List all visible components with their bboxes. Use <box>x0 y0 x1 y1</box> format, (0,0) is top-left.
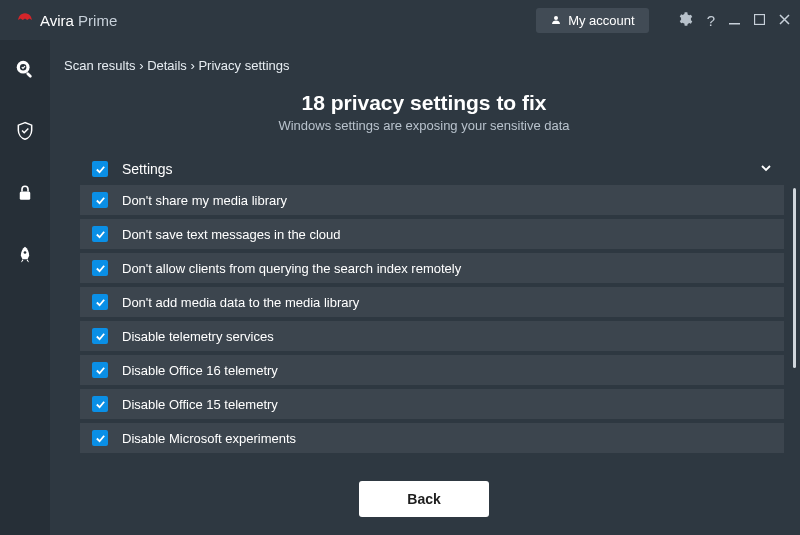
svg-rect-1 <box>729 23 740 25</box>
checkbox-all[interactable] <box>92 161 108 177</box>
lock-icon <box>16 184 34 202</box>
svg-point-0 <box>554 16 558 20</box>
window-controls: ? <box>677 11 790 30</box>
list-item[interactable]: Disable Microsoft experiments <box>80 423 784 453</box>
product-name: Prime <box>78 12 117 29</box>
list-item-label: Don't add media data to the media librar… <box>122 295 359 310</box>
avira-umbrella-icon <box>16 11 34 29</box>
svg-rect-4 <box>26 72 32 78</box>
checkbox[interactable] <box>92 328 108 344</box>
list-item-label: Disable Microsoft experiments <box>122 431 296 446</box>
list-item[interactable]: Disable Office 16 telemetry <box>80 355 784 385</box>
list-item-label: Don't share my media library <box>122 193 287 208</box>
check-icon <box>95 433 106 444</box>
checkbox[interactable] <box>92 430 108 446</box>
breadcrumb-item: Privacy settings <box>198 58 289 73</box>
check-icon <box>95 365 106 376</box>
page-subtitle: Windows settings are exposing your sensi… <box>60 118 788 133</box>
list-item-label: Disable Office 16 telemetry <box>122 363 278 378</box>
logo-text: Avira Prime <box>40 12 117 29</box>
list-item-label: Disable telemetry services <box>122 329 274 344</box>
check-icon <box>95 399 106 410</box>
breadcrumb: Scan results › Details › Privacy setting… <box>64 58 788 73</box>
brand-name: Avira <box>40 12 74 29</box>
list-header-label: Settings <box>122 161 173 177</box>
list-item[interactable]: Don't allow clients from querying the se… <box>80 253 784 283</box>
breadcrumb-item[interactable]: Scan results <box>64 58 136 73</box>
maximize-icon[interactable] <box>754 12 765 28</box>
shield-icon <box>15 121 35 141</box>
settings-list: Settings Don't share my media library Do… <box>80 153 784 466</box>
check-icon <box>95 263 106 274</box>
list-item-label: Don't save text messages in the cloud <box>122 227 341 242</box>
list-item-label: Disable Office 15 telemetry <box>122 397 278 412</box>
content-area: Scan results › Details › Privacy setting… <box>50 40 800 535</box>
minimize-icon[interactable] <box>729 12 740 28</box>
list-header[interactable]: Settings <box>80 153 784 185</box>
settings-icon[interactable] <box>677 11 693 30</box>
page-title: 18 privacy settings to fix <box>60 91 788 115</box>
check-icon <box>95 297 106 308</box>
list-item-label: Don't allow clients from querying the se… <box>122 261 461 276</box>
footer: Back <box>60 466 788 535</box>
svg-rect-2 <box>755 15 765 25</box>
sidebar-item-security[interactable] <box>14 120 36 142</box>
person-icon <box>550 14 562 26</box>
svg-point-7 <box>24 251 27 254</box>
breadcrumb-item[interactable]: Details <box>147 58 187 73</box>
svg-point-5 <box>20 64 26 70</box>
back-button[interactable]: Back <box>359 481 488 517</box>
sidebar-item-privacy[interactable] <box>14 182 36 204</box>
help-icon[interactable]: ? <box>707 12 715 29</box>
check-icon <box>95 164 106 175</box>
chevron-down-icon[interactable] <box>760 161 772 177</box>
check-icon <box>95 331 106 342</box>
scrollbar[interactable] <box>793 188 796 368</box>
close-icon[interactable] <box>779 12 790 28</box>
sidebar <box>0 40 50 535</box>
magnifier-fix-icon <box>14 58 36 80</box>
list-item[interactable]: Don't add media data to the media librar… <box>80 287 784 317</box>
list-item[interactable]: Disable Office 15 telemetry <box>80 389 784 419</box>
list-item[interactable]: Don't save text messages in the cloud <box>80 219 784 249</box>
checkbox[interactable] <box>92 260 108 276</box>
titlebar: Avira Prime My account ? <box>0 0 800 40</box>
checkbox[interactable] <box>92 396 108 412</box>
sidebar-item-performance[interactable] <box>14 244 36 266</box>
checkbox[interactable] <box>92 226 108 242</box>
rocket-icon <box>15 245 35 265</box>
check-icon <box>95 195 106 206</box>
sidebar-item-scan[interactable] <box>14 58 36 80</box>
account-label: My account <box>568 13 634 28</box>
logo: Avira Prime <box>16 11 117 29</box>
svg-rect-6 <box>20 192 31 200</box>
list-item[interactable]: Disable telemetry services <box>80 321 784 351</box>
checkbox[interactable] <box>92 294 108 310</box>
my-account-button[interactable]: My account <box>536 8 648 33</box>
checkbox[interactable] <box>92 192 108 208</box>
checkbox[interactable] <box>92 362 108 378</box>
check-icon <box>95 229 106 240</box>
list-item[interactable]: Don't share my media library <box>80 185 784 215</box>
